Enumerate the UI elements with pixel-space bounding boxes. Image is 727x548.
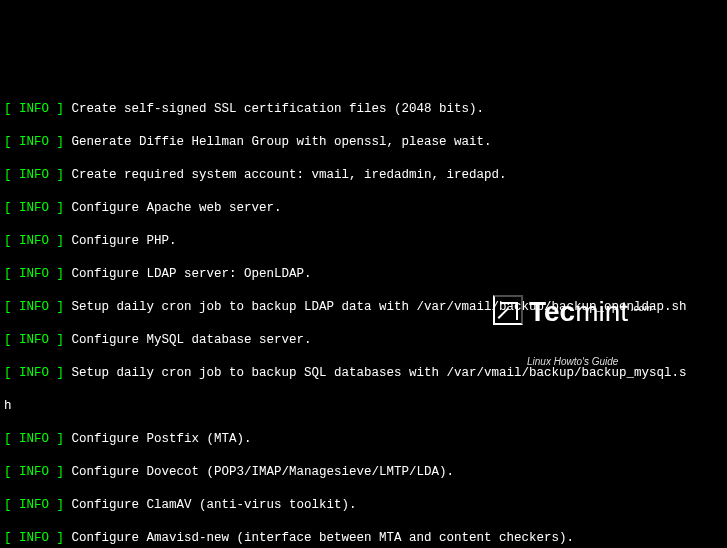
info-tag: [ INFO ] [4,498,64,512]
log-line: [ INFO ] Setup daily cron job to backup … [4,365,723,382]
log-line-wrap: h [4,398,723,415]
log-line: [ INFO ] Configure Dovecot (POP3/IMAP/Ma… [4,464,723,481]
info-tag: [ INFO ] [4,531,64,545]
info-tag: [ INFO ] [4,333,64,347]
info-tag: [ INFO ] [4,135,64,149]
log-line: [ INFO ] Setup daily cron job to backup … [4,299,723,316]
info-tag: [ INFO ] [4,465,64,479]
terminal-output: [ INFO ] Create self-signed SSL certific… [0,83,727,549]
log-line: [ INFO ] Configure Apache web server. [4,200,723,217]
info-tag: [ INFO ] [4,300,64,314]
log-line: [ INFO ] Configure MySQL database server… [4,332,723,349]
info-tag: [ INFO ] [4,102,64,116]
info-tag: [ INFO ] [4,432,64,446]
log-line: [ INFO ] Configure PHP. [4,233,723,250]
log-line: [ INFO ] Configure ClamAV (anti-virus to… [4,497,723,514]
log-line: [ INFO ] Create required system account:… [4,167,723,184]
info-tag: [ INFO ] [4,234,64,248]
info-tag: [ INFO ] [4,267,64,281]
log-line: [ INFO ] Create self-signed SSL certific… [4,101,723,118]
log-line: [ INFO ] Configure Amavisd-new (interfac… [4,530,723,547]
log-line: [ INFO ] Configure Postfix (MTA). [4,431,723,448]
info-tag: [ INFO ] [4,366,64,380]
info-tag: [ INFO ] [4,168,64,182]
log-line: [ INFO ] Configure LDAP server: OpenLDAP… [4,266,723,283]
log-line: [ INFO ] Generate Diffie Hellman Group w… [4,134,723,151]
info-tag: [ INFO ] [4,201,64,215]
